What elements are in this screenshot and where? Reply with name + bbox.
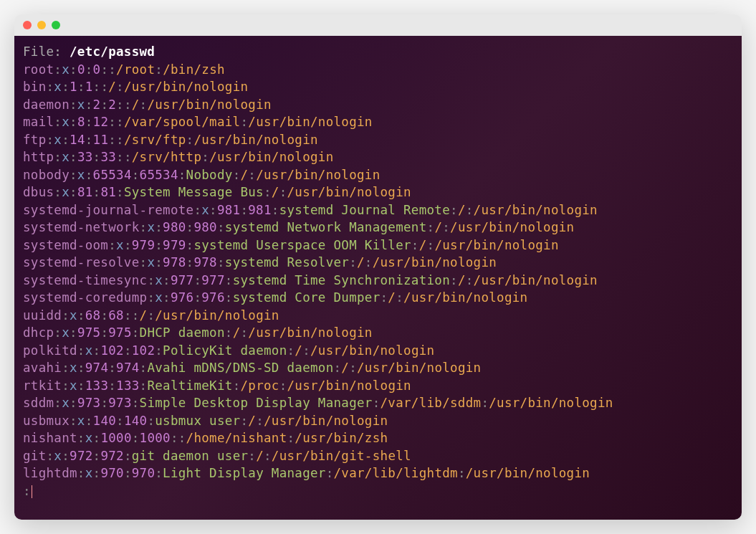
gid-field: 978 bbox=[193, 255, 217, 270]
shell-field: /usr/bin/nologin bbox=[434, 238, 558, 252]
home-field: / bbox=[434, 220, 442, 234]
uid-field: 974 bbox=[85, 361, 109, 375]
uid-field: 979 bbox=[132, 238, 155, 252]
pw-field: x bbox=[77, 97, 85, 112]
user-field: systemd-journal-remote bbox=[23, 203, 193, 217]
pw-field: x bbox=[62, 396, 70, 410]
passwd-entry: sddm:x:973:973:Simple Desktop Display Ma… bbox=[23, 394, 733, 412]
prompt-text: : bbox=[23, 484, 31, 498]
uid-field: 976 bbox=[171, 290, 194, 305]
user-field: systemd-timesync bbox=[23, 273, 147, 287]
user-field: nishant bbox=[23, 431, 77, 445]
home-field: /srv/http bbox=[132, 150, 202, 164]
user-field: ftp bbox=[23, 133, 47, 147]
passwd-entry: polkitd:x:102:102:PolicyKit daemon:/:/us… bbox=[23, 342, 733, 360]
gecos-field: PolicyKit daemon bbox=[163, 343, 287, 358]
file-header-path: /etc/passwd bbox=[70, 44, 155, 59]
user-field: uuidd bbox=[23, 308, 62, 323]
passwd-entry: git:x:972:972:git daemon user:/:/usr/bin… bbox=[23, 447, 733, 465]
gid-field: 12 bbox=[93, 115, 109, 129]
user-field: dhcp bbox=[23, 325, 54, 340]
maximize-icon[interactable] bbox=[52, 21, 60, 29]
file-header-line: File: /etc/passwd bbox=[23, 43, 733, 61]
pw-field: x bbox=[116, 238, 124, 252]
gecos-field: systemd Resolver bbox=[225, 255, 349, 270]
uid-field: 977 bbox=[171, 273, 194, 287]
uid-field: 970 bbox=[100, 466, 124, 480]
pw-field: x bbox=[62, 115, 70, 129]
passwd-entry: avahi:x:974:974:Avahi mDNS/DNS-SD daemon… bbox=[23, 359, 733, 377]
user-field: rtkit bbox=[23, 378, 62, 393]
home-field: / bbox=[357, 255, 365, 270]
gid-field: 133 bbox=[116, 378, 140, 393]
user-field: usbmux bbox=[23, 414, 70, 428]
pw-field: x bbox=[62, 62, 70, 77]
shell-field: /usr/bin/nologin bbox=[155, 308, 279, 323]
uid-field: 980 bbox=[163, 220, 186, 234]
uid-field: 133 bbox=[85, 378, 109, 393]
gecos-field: git daemon user bbox=[132, 449, 249, 463]
pw-field: x bbox=[62, 150, 70, 164]
close-icon[interactable] bbox=[23, 21, 32, 29]
pw-field: x bbox=[85, 466, 93, 480]
user-field: avahi bbox=[23, 361, 62, 375]
shell-field: /usr/bin/nologin bbox=[264, 414, 388, 428]
shell-field: /usr/bin/nologin bbox=[489, 396, 613, 410]
shell-field: /usr/bin/nologin bbox=[474, 203, 598, 217]
uid-field: 981 bbox=[217, 203, 241, 217]
pw-field: x bbox=[70, 308, 77, 323]
user-field: systemd-resolve bbox=[23, 255, 140, 270]
home-field: / bbox=[341, 361, 349, 375]
uid-field: 1000 bbox=[100, 431, 131, 445]
pw-field: x bbox=[54, 449, 62, 463]
uid-field: 8 bbox=[77, 115, 85, 129]
uid-field: 140 bbox=[93, 414, 117, 428]
passwd-entry: systemd-resolve:x:978:978:systemd Resolv… bbox=[23, 254, 733, 272]
passwd-entry: systemd-journal-remote:x:981:981:systemd… bbox=[23, 201, 733, 219]
minimize-icon[interactable] bbox=[37, 21, 46, 29]
gecos-field: usbmux user bbox=[155, 414, 240, 428]
shell-field: /usr/bin/nologin bbox=[287, 378, 411, 393]
gid-field: 981 bbox=[248, 203, 272, 217]
gid-field: 1 bbox=[85, 80, 93, 94]
shell-field: /usr/bin/nologin bbox=[403, 290, 527, 305]
user-field: systemd-oom bbox=[23, 238, 108, 252]
prompt-line[interactable]: : bbox=[23, 482, 733, 500]
user-field: git bbox=[23, 449, 47, 463]
terminal-window: File: /etc/passwd root:x:0:0::/root:/bin… bbox=[14, 14, 742, 520]
shell-field: /usr/bin/git-shell bbox=[272, 449, 411, 463]
passwd-entry: nobody:x:65534:65534:Nobody:/:/usr/bin/n… bbox=[23, 166, 733, 184]
pw-field: x bbox=[54, 133, 62, 147]
gid-field: 980 bbox=[193, 220, 217, 234]
home-field: /var/lib/lightdm bbox=[334, 466, 458, 480]
shell-field: /usr/bin/nologin bbox=[287, 185, 411, 199]
home-field: / bbox=[233, 325, 241, 340]
passwd-entry: dbus:x:81:81:System Message Bus:/:/usr/b… bbox=[23, 183, 733, 201]
gecos-field: systemd Network Management bbox=[225, 220, 427, 234]
pw-field: x bbox=[147, 255, 155, 270]
uid-field: 68 bbox=[85, 308, 101, 323]
gecos-field: Simple Desktop Display Manager bbox=[140, 396, 373, 410]
home-field: / bbox=[132, 97, 140, 112]
uid-field: 2 bbox=[93, 97, 101, 112]
gid-field: 2 bbox=[108, 97, 116, 112]
gecos-field: DHCP daemon bbox=[140, 325, 225, 340]
passwd-entry: uuidd:x:68:68::/:/usr/bin/nologin bbox=[23, 307, 733, 325]
gid-field: 974 bbox=[116, 361, 140, 375]
home-field: / bbox=[108, 80, 116, 94]
pw-field: x bbox=[85, 343, 93, 358]
gid-field: 33 bbox=[100, 150, 116, 164]
gid-field: 68 bbox=[108, 308, 124, 323]
gid-field: 102 bbox=[132, 343, 155, 358]
uid-field: 102 bbox=[100, 343, 124, 358]
user-field: systemd-coredump bbox=[23, 290, 147, 305]
gid-field: 972 bbox=[100, 449, 124, 463]
gecos-field: systemd Userspace OOM Killer bbox=[193, 238, 411, 252]
shell-field: /usr/bin/nologin bbox=[474, 273, 598, 287]
gid-field: 81 bbox=[100, 185, 116, 199]
uid-field: 972 bbox=[70, 449, 93, 463]
window-titlebar[interactable] bbox=[14, 14, 742, 36]
terminal-viewport[interactable]: File: /etc/passwd root:x:0:0::/root:/bin… bbox=[14, 36, 742, 520]
home-field: /var/lib/sddm bbox=[381, 396, 482, 410]
passwd-entry: usbmux:x:140:140:usbmux user:/:/usr/bin/… bbox=[23, 412, 733, 430]
